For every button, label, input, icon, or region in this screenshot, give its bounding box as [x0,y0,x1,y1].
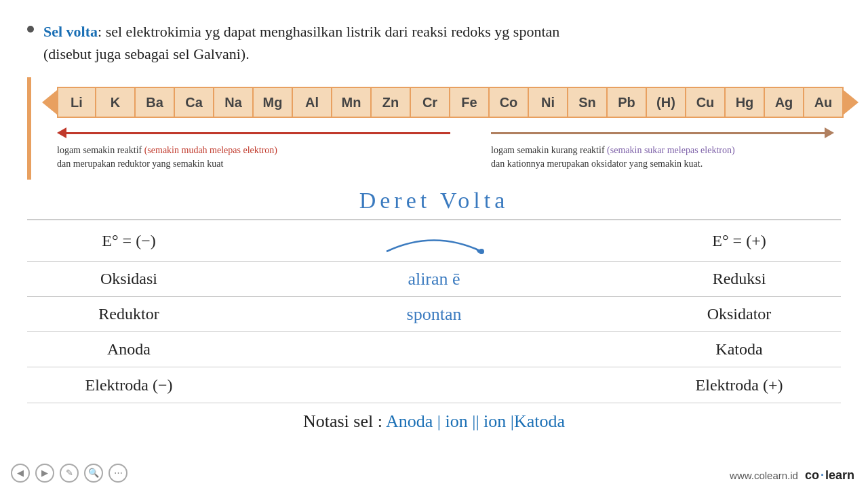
col-left-5: Elektroda (−) [27,371,231,400]
element-cell-li: Li [57,87,96,118]
col-mid-4 [231,344,637,355]
notasi-row: Notasi sel : Anoda | ion || ion |Katoda [27,403,841,436]
caption-left-paren: (semakin mudah melepas elektron) [144,145,277,155]
captions-row: logam semakin reaktif (semakin mudah mel… [42,144,834,170]
col-right-4: Katoda [637,335,841,364]
caption-right-sub: dan kationnya merupakan oksidator yang s… [491,159,703,169]
table-row-1: E° = (−) E° = (+) [27,220,841,262]
colearn-brand: co·learn [805,468,854,483]
icon-next[interactable]: ▶ [35,464,54,483]
element-cell-cu: Cu [686,87,726,118]
elements-container: LiKBaCaNaMgAlMnZnCrFeCoNiSnPb(H)CuHgAgAu [57,87,844,118]
caption-left-sub: dan merupakan reduktor yang semakin kuat [57,159,223,169]
element-cell-mg: Mg [254,87,293,118]
icon-pencil[interactable]: ✎ [60,464,79,483]
element-cell-fe: Fe [450,87,490,118]
element-cell-hg: Hg [726,87,765,118]
top-text-main: : sel elektrokimia yg dapat menghasilkan… [98,23,559,40]
table-row-2: Oksidasi aliran ē Reduksi [27,262,841,297]
elements-row: LiKBaCaNaMgAlMnZnCrFeCoNiSnPb(H)CuHgAgAu [42,87,834,118]
col-mid-5 [231,380,637,390]
element-cell-al: Al [293,87,332,118]
arrow-right-triangle [844,90,859,115]
icon-zoom-in[interactable]: 🔍 [84,464,103,483]
element-cell-au: Au [804,87,844,118]
col-right-3: Oksidator [637,300,841,329]
col-mid-3: spontan [231,299,637,330]
left-arrow-line [57,127,450,138]
element-cell-ag: Ag [765,87,804,118]
col-mid-1 [231,220,637,261]
caption-left: logam semakin reaktif (semakin mudah mel… [57,144,450,170]
element-cell-co: Co [490,87,529,118]
notasi-text: Notasi sel : Anoda | ion || ion |Katoda [303,411,565,431]
spontan-text: spontan [407,304,462,324]
deret-title-row: Deret Volta [27,188,841,214]
right-arrow-body [491,132,825,134]
table-row-5: Elektroda (−) Elektroda (+) [27,367,841,403]
table-row-4: Anoda Katoda [27,332,841,367]
icon-dots[interactable]: ⋯ [108,464,127,483]
caption-right: logam semakin kurang reaktif (semakin su… [491,144,834,170]
deret-box: LiKBaCaNaMgAlMnZnCrFeCoNiSnPb(H)CuHgAgAu… [27,77,841,180]
arrow-left-triangle [42,90,57,115]
main-container: Sel volta: sel elektrokimia yg dapat men… [0,0,868,488]
col-right-5: Elektroda (+) [637,371,841,400]
element-cell-ni: Ni [529,87,568,118]
caption-right-paren: (semakin sukar melepas elektron) [607,145,735,155]
caption-left-main: logam semakin reaktif [57,145,144,155]
top-text: Sel volta: sel elektrokimia yg dapat men… [43,20,559,65]
bullet-dot [27,26,34,33]
aliran-e-text: aliran ē [408,269,460,289]
notasi-label: Notasi sel : [303,411,386,431]
element-cell-h: (H) [647,87,686,118]
element-cell-sn: Sn [568,87,608,118]
element-cell-ca: Ca [175,87,214,118]
bottom-bar: www.colearn.id co·learn [730,468,854,483]
col-left-3: Reduktor [27,300,231,329]
element-cell-k: K [96,87,136,118]
col-left-1: E° = (−) [27,226,231,256]
arrows-row [42,127,834,138]
curve-arrow-svg [373,226,495,256]
icon-prev[interactable]: ◀ [11,464,30,483]
element-cell-na: Na [214,87,254,118]
element-cell-pb: Pb [608,87,647,118]
col-right-1: E° = (+) [637,226,841,256]
element-cell-mn: Mn [332,87,372,118]
caption-right-main: logam semakin kurang reaktif [491,145,607,155]
top-text-sub: (disebut juga sebagai sel Galvani). [43,45,250,62]
bottom-icons: ◀ ▶ ✎ 🔍 ⋯ [11,464,127,483]
brand-co: co [805,468,819,483]
left-arrow-body [66,132,450,134]
deret-title: Deret Volta [359,188,509,213]
brand-dot: · [821,468,824,483]
table-section: E° = (−) E° = (+) Oksidasi aliran ē [27,219,841,403]
sel-volta-highlight: Sel volta [43,23,98,40]
brand-learn: learn [825,468,854,483]
element-cell-cr: Cr [411,87,450,118]
col-mid-2: aliran ē [231,264,637,295]
element-cell-zn: Zn [372,87,411,118]
top-section: Sel volta: sel elektrokimia yg dapat men… [27,20,841,65]
table-row-3: Reduktor spontan Oksidator [27,297,841,332]
right-arrow-head [825,127,834,138]
right-arrow-line [491,127,834,138]
notasi-value: Anoda | ion || ion |Katoda [386,411,565,431]
left-arrow-head [57,127,66,138]
col-left-2: Oksidasi [27,264,231,293]
element-cell-ba: Ba [136,87,175,118]
col-left-4: Anoda [27,335,231,364]
svg-point-1 [479,249,484,254]
colearn-website: www.colearn.id [730,470,798,481]
col-right-2: Reduksi [637,264,841,293]
